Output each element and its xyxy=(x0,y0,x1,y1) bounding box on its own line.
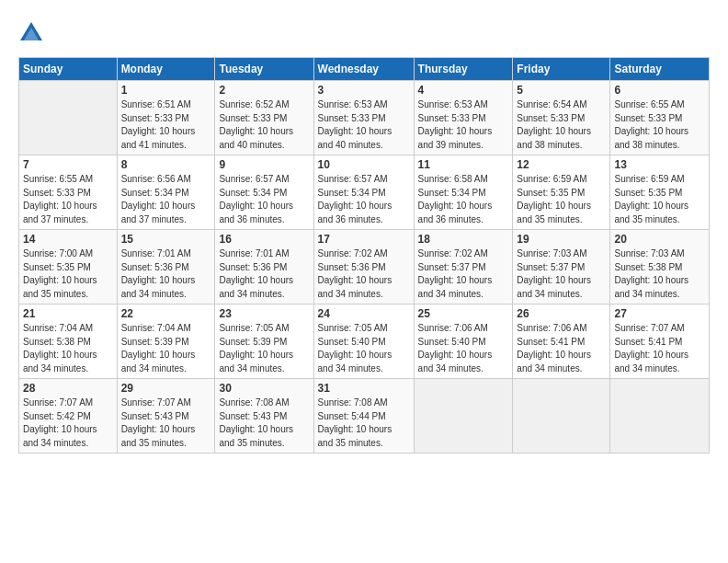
calendar-cell: 21Sunrise: 7:04 AMSunset: 5:38 PMDayligh… xyxy=(19,304,118,379)
day-number: 12 xyxy=(517,158,606,171)
day-info: Sunrise: 7:01 AMSunset: 5:36 PMDaylight:… xyxy=(219,247,309,301)
calendar-header-row: SundayMondayTuesdayWednesdayThursdayFrid… xyxy=(19,58,710,81)
calendar-cell: 16Sunrise: 7:01 AMSunset: 5:36 PMDayligh… xyxy=(215,230,313,304)
calendar-table: SundayMondayTuesdayWednesdayThursdayFrid… xyxy=(18,57,710,454)
day-info: Sunrise: 7:04 AMSunset: 5:39 PMDaylight:… xyxy=(121,322,211,375)
calendar-cell: 28Sunrise: 7:07 AMSunset: 5:42 PMDayligh… xyxy=(19,379,118,454)
calendar-header-thursday: Thursday xyxy=(414,58,513,81)
day-info: Sunrise: 7:07 AMSunset: 5:42 PMDaylight:… xyxy=(23,396,113,450)
day-number: 26 xyxy=(517,307,606,320)
calendar-cell: 20Sunrise: 7:03 AMSunset: 5:38 PMDayligh… xyxy=(610,230,710,304)
calendar-cell: 15Sunrise: 7:01 AMSunset: 5:36 PMDayligh… xyxy=(117,230,215,304)
calendar-cell: 8Sunrise: 6:56 AMSunset: 5:34 PMDaylight… xyxy=(117,155,215,230)
day-number: 30 xyxy=(219,382,309,395)
logo-icon xyxy=(18,20,44,46)
day-info: Sunrise: 7:00 AMSunset: 5:35 PMDaylight:… xyxy=(23,247,113,301)
calendar-cell: 23Sunrise: 7:05 AMSunset: 5:39 PMDayligh… xyxy=(215,304,313,379)
day-info: Sunrise: 6:54 AMSunset: 5:33 PMDaylight:… xyxy=(517,98,606,152)
calendar-cell: 25Sunrise: 7:06 AMSunset: 5:40 PMDayligh… xyxy=(414,304,513,379)
calendar-cell: 29Sunrise: 7:07 AMSunset: 5:43 PMDayligh… xyxy=(117,379,215,454)
calendar-cell xyxy=(19,81,118,155)
day-info: Sunrise: 6:57 AMSunset: 5:34 PMDaylight:… xyxy=(219,173,309,226)
day-number: 15 xyxy=(121,233,211,246)
day-info: Sunrise: 6:59 AMSunset: 5:35 PMDaylight:… xyxy=(517,173,606,226)
calendar-week-1: 1Sunrise: 6:51 AMSunset: 5:33 PMDaylight… xyxy=(19,81,710,155)
day-number: 1 xyxy=(121,84,211,97)
day-number: 21 xyxy=(23,307,113,320)
day-info: Sunrise: 6:53 AMSunset: 5:33 PMDaylight:… xyxy=(318,98,410,152)
calendar-week-2: 7Sunrise: 6:55 AMSunset: 5:33 PMDaylight… xyxy=(19,155,710,230)
day-info: Sunrise: 7:04 AMSunset: 5:38 PMDaylight:… xyxy=(23,322,113,375)
calendar-cell: 26Sunrise: 7:06 AMSunset: 5:41 PMDayligh… xyxy=(513,304,610,379)
calendar-cell: 24Sunrise: 7:05 AMSunset: 5:40 PMDayligh… xyxy=(313,304,414,379)
day-info: Sunrise: 6:51 AMSunset: 5:33 PMDaylight:… xyxy=(121,98,211,152)
day-number: 10 xyxy=(318,158,410,171)
day-number: 11 xyxy=(418,158,509,171)
calendar-cell: 2Sunrise: 6:52 AMSunset: 5:33 PMDaylight… xyxy=(215,81,313,155)
calendar-cell: 13Sunrise: 6:59 AMSunset: 5:35 PMDayligh… xyxy=(610,155,710,230)
day-info: Sunrise: 6:57 AMSunset: 5:34 PMDaylight:… xyxy=(318,173,410,226)
calendar-header-friday: Friday xyxy=(513,58,610,81)
calendar-cell: 1Sunrise: 6:51 AMSunset: 5:33 PMDaylight… xyxy=(117,81,215,155)
day-number: 5 xyxy=(517,84,606,97)
calendar-cell xyxy=(513,379,610,454)
calendar-week-4: 21Sunrise: 7:04 AMSunset: 5:38 PMDayligh… xyxy=(19,304,710,379)
day-number: 24 xyxy=(318,307,410,320)
day-number: 4 xyxy=(418,84,509,97)
calendar-week-3: 14Sunrise: 7:00 AMSunset: 5:35 PMDayligh… xyxy=(19,230,710,304)
calendar-cell xyxy=(414,379,513,454)
calendar-cell: 22Sunrise: 7:04 AMSunset: 5:39 PMDayligh… xyxy=(117,304,215,379)
calendar-cell: 10Sunrise: 6:57 AMSunset: 5:34 PMDayligh… xyxy=(313,155,414,230)
day-info: Sunrise: 7:06 AMSunset: 5:40 PMDaylight:… xyxy=(418,322,509,375)
page: SundayMondayTuesdayWednesdayThursdayFrid… xyxy=(0,0,728,463)
calendar-cell: 9Sunrise: 6:57 AMSunset: 5:34 PMDaylight… xyxy=(215,155,313,230)
day-number: 25 xyxy=(418,307,509,320)
calendar-cell: 19Sunrise: 7:03 AMSunset: 5:37 PMDayligh… xyxy=(513,230,610,304)
day-number: 31 xyxy=(318,382,410,395)
calendar-cell: 11Sunrise: 6:58 AMSunset: 5:34 PMDayligh… xyxy=(414,155,513,230)
day-number: 3 xyxy=(318,84,410,97)
calendar-cell: 31Sunrise: 7:08 AMSunset: 5:44 PMDayligh… xyxy=(313,379,414,454)
day-number: 27 xyxy=(614,307,705,320)
day-number: 22 xyxy=(121,307,211,320)
day-info: Sunrise: 7:03 AMSunset: 5:38 PMDaylight:… xyxy=(614,247,705,301)
calendar-cell: 17Sunrise: 7:02 AMSunset: 5:36 PMDayligh… xyxy=(313,230,414,304)
day-number: 29 xyxy=(121,382,211,395)
day-number: 17 xyxy=(318,233,410,246)
day-info: Sunrise: 6:55 AMSunset: 5:33 PMDaylight:… xyxy=(614,98,705,152)
calendar-cell: 4Sunrise: 6:53 AMSunset: 5:33 PMDaylight… xyxy=(414,81,513,155)
calendar-header-saturday: Saturday xyxy=(610,58,710,81)
day-info: Sunrise: 6:55 AMSunset: 5:33 PMDaylight:… xyxy=(23,173,113,226)
header xyxy=(18,17,710,46)
calendar-week-5: 28Sunrise: 7:07 AMSunset: 5:42 PMDayligh… xyxy=(19,379,710,454)
day-number: 2 xyxy=(219,84,309,97)
day-info: Sunrise: 7:08 AMSunset: 5:43 PMDaylight:… xyxy=(219,396,309,450)
calendar-cell: 12Sunrise: 6:59 AMSunset: 5:35 PMDayligh… xyxy=(513,155,610,230)
day-info: Sunrise: 7:02 AMSunset: 5:36 PMDaylight:… xyxy=(318,247,410,301)
day-info: Sunrise: 7:05 AMSunset: 5:39 PMDaylight:… xyxy=(219,322,309,375)
day-number: 8 xyxy=(121,158,211,171)
day-number: 19 xyxy=(517,233,606,246)
day-number: 23 xyxy=(219,307,309,320)
calendar-cell: 14Sunrise: 7:00 AMSunset: 5:35 PMDayligh… xyxy=(19,230,118,304)
day-number: 18 xyxy=(418,233,509,246)
calendar-cell: 3Sunrise: 6:53 AMSunset: 5:33 PMDaylight… xyxy=(313,81,414,155)
calendar-header-sunday: Sunday xyxy=(19,58,118,81)
day-number: 14 xyxy=(23,233,113,246)
day-number: 6 xyxy=(614,84,705,97)
calendar-cell: 5Sunrise: 6:54 AMSunset: 5:33 PMDaylight… xyxy=(513,81,610,155)
calendar-cell: 6Sunrise: 6:55 AMSunset: 5:33 PMDaylight… xyxy=(610,81,710,155)
day-number: 16 xyxy=(219,233,309,246)
day-info: Sunrise: 7:07 AMSunset: 5:41 PMDaylight:… xyxy=(614,322,705,375)
day-info: Sunrise: 6:56 AMSunset: 5:34 PMDaylight:… xyxy=(121,173,211,226)
day-info: Sunrise: 6:59 AMSunset: 5:35 PMDaylight:… xyxy=(614,173,705,226)
day-number: 13 xyxy=(614,158,705,171)
day-info: Sunrise: 7:03 AMSunset: 5:37 PMDaylight:… xyxy=(517,247,606,301)
calendar-header-wednesday: Wednesday xyxy=(313,58,414,81)
calendar-cell: 27Sunrise: 7:07 AMSunset: 5:41 PMDayligh… xyxy=(610,304,710,379)
calendar-header-monday: Monday xyxy=(117,58,215,81)
day-info: Sunrise: 6:53 AMSunset: 5:33 PMDaylight:… xyxy=(418,98,509,152)
calendar-cell: 7Sunrise: 6:55 AMSunset: 5:33 PMDaylight… xyxy=(19,155,118,230)
day-number: 20 xyxy=(614,233,705,246)
day-info: Sunrise: 6:52 AMSunset: 5:33 PMDaylight:… xyxy=(219,98,309,152)
